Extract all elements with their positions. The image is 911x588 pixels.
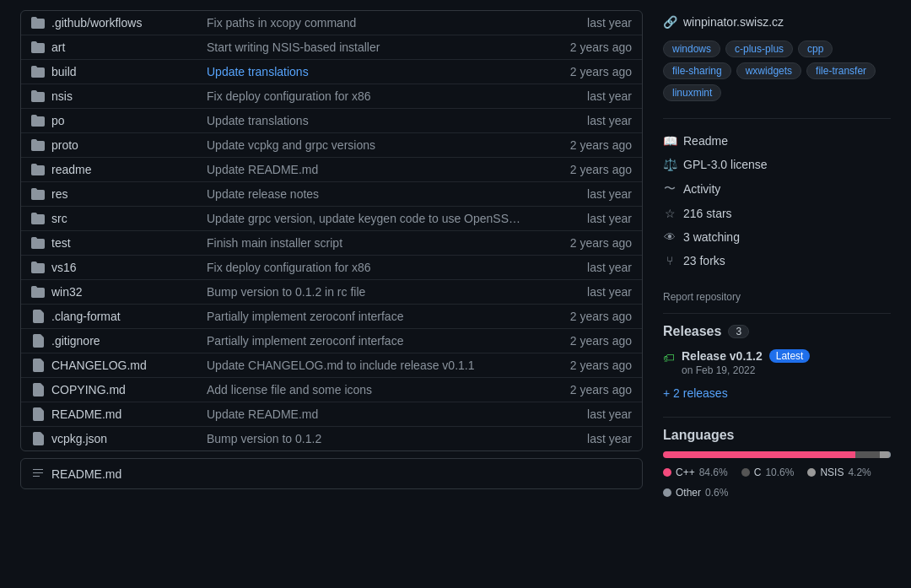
file-name-link[interactable]: art bbox=[51, 40, 65, 54]
commit-time: last year bbox=[531, 89, 632, 103]
commit-text: Partially implement zeroconf interface bbox=[207, 334, 403, 348]
commit-link[interactable]: Update translations bbox=[207, 65, 309, 78]
file-name-link[interactable]: test bbox=[51, 236, 71, 250]
license-link[interactable]: GPL-3.0 license bbox=[683, 158, 768, 171]
topic-tag[interactable]: windows bbox=[663, 40, 720, 57]
file-name-link[interactable]: src bbox=[51, 212, 67, 225]
file-name-link[interactable]: win32 bbox=[51, 285, 83, 299]
table-row: srcUpdate grpc version, update keygen co… bbox=[21, 207, 642, 231]
file-name-link[interactable]: res bbox=[51, 187, 67, 201]
releases-count-badge: 3 bbox=[728, 325, 749, 338]
commit-time: last year bbox=[531, 114, 632, 127]
commit-text: Finish main installer script bbox=[207, 236, 342, 250]
lang-list-item: NSIS4.2% bbox=[807, 467, 871, 478]
file-name-link[interactable]: vs16 bbox=[51, 261, 77, 274]
more-releases-link[interactable]: + 2 releases bbox=[663, 386, 728, 400]
stars-link[interactable]: 216 stars bbox=[683, 207, 732, 220]
readme-meta-row: 📖 Readme bbox=[663, 129, 891, 153]
activity-link[interactable]: Activity bbox=[683, 182, 720, 196]
stars-meta-row: ☆ 216 stars bbox=[663, 202, 891, 225]
commit-message-cell: Bump version to 0.1.2 bbox=[207, 432, 524, 445]
commit-message-cell: Update README.md bbox=[207, 407, 524, 421]
latest-badge: Latest bbox=[769, 349, 811, 363]
commit-time: last year bbox=[531, 16, 632, 30]
watching-link[interactable]: 3 watching bbox=[683, 230, 740, 244]
commit-time: 2 years ago bbox=[531, 383, 632, 396]
file-name-cell: readme bbox=[31, 163, 200, 176]
lang-name: Other bbox=[676, 487, 701, 499]
lang-list-item: C++84.6% bbox=[663, 467, 728, 478]
file-name-link[interactable]: README.md bbox=[51, 407, 121, 421]
sidebar-meta-section: 📖 Readme ⚖️ GPL-3.0 license 〜 Activity ☆… bbox=[663, 129, 891, 272]
commit-time: 2 years ago bbox=[531, 163, 632, 176]
file-name-link[interactable]: nsis bbox=[51, 89, 73, 103]
fork-icon: ⑂ bbox=[663, 254, 677, 267]
file-name-link[interactable]: po bbox=[51, 114, 65, 127]
commit-message-cell: Update README.md bbox=[207, 163, 524, 176]
table-row: testFinish main installer script2 years … bbox=[21, 231, 642, 256]
lang-dot bbox=[663, 468, 671, 477]
commit-message-cell: Bump version to 0.1.2 in rc file bbox=[207, 285, 524, 299]
file-name-cell: .clang-format bbox=[31, 310, 200, 323]
commit-message-cell: Partially implement zeroconf interface bbox=[207, 310, 524, 323]
file-name-link[interactable]: proto bbox=[51, 138, 78, 152]
lang-list-item: C10.6% bbox=[741, 467, 795, 478]
commit-text: Bump version to 0.1.2 bbox=[207, 432, 321, 445]
file-name-link[interactable]: COPYING.md bbox=[51, 383, 126, 396]
file-name-link[interactable]: .github/workflows bbox=[51, 16, 142, 30]
table-row: poUpdate translationslast year bbox=[21, 109, 642, 133]
scale-icon: ⚖️ bbox=[663, 158, 677, 171]
lang-bar-segment bbox=[880, 451, 889, 458]
releases-title: Releases bbox=[663, 324, 721, 339]
readme-link[interactable]: Readme bbox=[683, 134, 728, 148]
commit-text: Update translations bbox=[207, 114, 309, 127]
commit-message-cell: Update translations bbox=[207, 114, 524, 127]
website-link[interactable]: winpinator.swisz.cz bbox=[683, 15, 784, 29]
file-name-link[interactable]: CHANGELOG.md bbox=[51, 359, 147, 372]
table-row: protoUpdate vcpkg and grpc versions2 yea… bbox=[21, 133, 642, 158]
topic-tag[interactable]: c-plus-plus bbox=[725, 40, 793, 57]
file-name-link[interactable]: vcpkg.json bbox=[51, 432, 107, 445]
commit-text: Update grpc version, update keygen code … bbox=[207, 212, 524, 225]
file-name-cell: test bbox=[31, 236, 200, 250]
lang-name: NSIS bbox=[820, 467, 844, 478]
commit-text: Fix deploy configuration for x86 bbox=[207, 89, 371, 103]
commit-message-cell: Fix paths in xcopy command bbox=[207, 16, 524, 30]
license-meta-row: ⚖️ GPL-3.0 license bbox=[663, 153, 891, 176]
sidebar-website-section: 🔗 winpinator.swisz.cz windowsc-plus-plus… bbox=[663, 10, 891, 101]
table-row: artStart writing NSIS-based installer2 y… bbox=[21, 35, 642, 60]
commit-time: last year bbox=[531, 187, 632, 201]
table-row: .github/workflowsFix paths in xcopy comm… bbox=[21, 11, 642, 35]
topic-tag[interactable]: file-transfer bbox=[806, 62, 876, 79]
topic-tag[interactable]: file-sharing bbox=[663, 62, 731, 79]
commit-message-cell: Fix deploy configuration for x86 bbox=[207, 89, 524, 103]
languages-section: Languages C++84.6%C10.6%NSIS4.2%Other0.6… bbox=[663, 428, 891, 499]
commit-message-cell: Update vcpkg and grpc versions bbox=[207, 138, 524, 152]
file-table: .github/workflowsFix paths in xcopy comm… bbox=[20, 10, 643, 451]
file-name-cell: README.md bbox=[31, 407, 200, 421]
topic-tag[interactable]: cpp bbox=[798, 40, 833, 57]
topic-tag[interactable]: wxwidgets bbox=[736, 62, 801, 79]
file-name-cell: vs16 bbox=[31, 261, 200, 274]
release-name-link[interactable]: Release v0.1.2 bbox=[682, 349, 763, 363]
table-row: .gitignorePartially implement zeroconf i… bbox=[21, 329, 642, 353]
file-name-link[interactable]: readme bbox=[51, 163, 91, 176]
forks-link[interactable]: 23 forks bbox=[683, 254, 725, 267]
releases-section: Releases 3 🏷 Release v0.1.2 Latest on Fe… bbox=[663, 324, 891, 400]
file-name-link[interactable]: build bbox=[51, 65, 77, 78]
commit-text: Partially implement zeroconf interface bbox=[207, 310, 403, 323]
release-date: on Feb 19, 2022 bbox=[682, 364, 891, 376]
readme-bar: README.md bbox=[20, 458, 643, 489]
lang-pct: 84.6% bbox=[699, 467, 728, 478]
topic-tag[interactable]: linuxmint bbox=[663, 84, 721, 101]
commit-text: Update README.md bbox=[207, 163, 318, 176]
language-list: C++84.6%C10.6%NSIS4.2%Other0.6% bbox=[663, 467, 891, 499]
report-repository-link[interactable]: Report repository bbox=[663, 291, 741, 303]
file-name-link[interactable]: .clang-format bbox=[51, 310, 121, 323]
lang-pct: 0.6% bbox=[705, 487, 728, 499]
file-name-link[interactable]: .gitignore bbox=[51, 334, 100, 348]
commit-text: Update README.md bbox=[207, 407, 318, 421]
table-row: CHANGELOG.mdUpdate CHANGELOG.md to inclu… bbox=[21, 353, 642, 378]
file-name-cell: po bbox=[31, 114, 200, 127]
commit-time: 2 years ago bbox=[531, 359, 632, 372]
